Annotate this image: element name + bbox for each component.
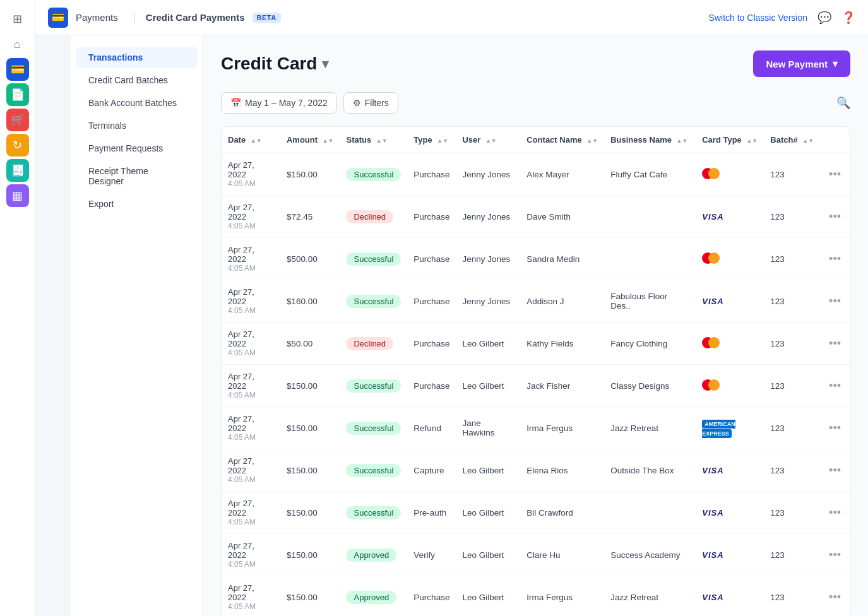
col-user[interactable]: User ▲▼: [456, 127, 520, 153]
sidebar-item-transactions[interactable]: Transactions: [76, 47, 198, 68]
visa-icon: VISA: [702, 508, 723, 518]
cell-business-name: Fancy Clothing: [604, 323, 696, 365]
col-type[interactable]: Type ▲▼: [407, 127, 456, 153]
cell-batch: 123: [764, 280, 820, 323]
nav-cart-icon[interactable]: 🛒: [6, 109, 29, 131]
col-amount[interactable]: Amount ▲▼: [280, 127, 340, 153]
cell-card-type: [696, 323, 764, 365]
cell-user: Jenny Jones: [456, 238, 520, 280]
cell-actions: •••: [820, 534, 850, 576]
table-row[interactable]: Apr 27, 2022 4:05 AM $50.00 Declined Pur…: [222, 323, 850, 365]
cell-business-name: Success Academy: [604, 534, 696, 576]
table-row[interactable]: Apr 27, 2022 4:05 AM $150.00 Successful …: [222, 153, 850, 196]
cell-user: Leo Gilbert: [456, 449, 520, 492]
table-row[interactable]: Apr 27, 2022 4:05 AM $150.00 Approved Pu…: [222, 576, 850, 617]
sidebar-item-export[interactable]: Export: [76, 193, 198, 215]
mastercard-icon: [702, 379, 720, 391]
row-more-button[interactable]: •••: [826, 252, 843, 266]
col-contact-name[interactable]: Contact Name ▲▼: [520, 127, 604, 153]
table-row[interactable]: Apr 27, 2022 4:05 AM $150.00 Successful …: [222, 449, 850, 492]
cell-status: Successful: [340, 407, 407, 449]
chat-icon[interactable]: 💬: [817, 11, 831, 25]
switch-to-classic-link[interactable]: Switch to Classic Version: [709, 13, 807, 23]
table-row[interactable]: Apr 27, 2022 4:05 AM $150.00 Successful …: [222, 492, 850, 534]
cell-status: Successful: [340, 492, 407, 534]
cell-business-name: [604, 238, 696, 280]
sidebar-item-payment-requests[interactable]: Payment Requests: [76, 138, 198, 159]
cell-type: Purchase: [407, 365, 456, 407]
cell-contact-name: Irma Fergus: [520, 576, 604, 617]
cell-batch: 123: [764, 196, 820, 238]
nav-doc-icon[interactable]: 📄: [6, 83, 29, 106]
cell-user: Leo Gilbert: [456, 365, 520, 407]
cell-status: Declined: [340, 196, 407, 238]
cell-amount: $150.00: [280, 534, 340, 576]
row-more-button[interactable]: •••: [826, 168, 843, 181]
date-range-label: May 1 – May 7, 2022: [245, 98, 328, 108]
new-payment-button[interactable]: New Payment ▾: [753, 50, 850, 77]
cell-amount: $150.00: [280, 576, 340, 617]
cell-type: Purchase: [407, 323, 456, 365]
date-picker-button[interactable]: 📅 May 1 – May 7, 2022: [221, 92, 337, 114]
cell-user: Leo Gilbert: [456, 576, 520, 617]
search-button[interactable]: 🔍: [836, 96, 850, 110]
table-row[interactable]: Apr 27, 2022 4:05 AM $150.00 Approved Ve…: [222, 534, 850, 576]
table-row[interactable]: Apr 27, 2022 4:05 AM $150.00 Successful …: [222, 365, 850, 407]
cell-amount: $72.45: [280, 196, 340, 238]
cell-amount: $150.00: [280, 449, 340, 492]
sidebar: Transactions Credit Card Batches Bank Ac…: [71, 35, 203, 616]
page-title: Credit Card ▾: [221, 54, 328, 74]
nav-receipt-icon[interactable]: 🧾: [6, 159, 29, 182]
content-header: Credit Card ▾ New Payment ▾: [221, 50, 850, 77]
col-date[interactable]: Date ▲▼: [222, 127, 280, 153]
cell-status: Successful: [340, 153, 407, 196]
cell-actions: •••: [820, 238, 850, 280]
nav-refresh-icon[interactable]: ↻: [6, 134, 29, 157]
cell-batch: 123: [764, 238, 820, 280]
sidebar-item-terminals[interactable]: Terminals: [76, 115, 198, 136]
cell-date: Apr 27, 2022 4:05 AM: [222, 153, 280, 196]
sidebar-item-receipt-theme-designer[interactable]: Receipt Theme Designer: [76, 160, 198, 192]
cell-amount: $150.00: [280, 153, 340, 196]
col-business-name[interactable]: Business Name ▲▼: [604, 127, 696, 153]
sidebar-item-credit-card-batches[interactable]: Credit Card Batches: [76, 69, 198, 91]
amex-icon: AMERICANEXPRESS: [702, 420, 735, 438]
cell-business-name: Fabulous Floor Des..: [604, 280, 696, 323]
filters-button[interactable]: ⚙ Filters: [343, 92, 398, 114]
cell-amount: $150.00: [280, 492, 340, 534]
help-icon[interactable]: ❓: [841, 11, 855, 25]
col-status[interactable]: Status ▲▼: [340, 127, 407, 153]
table-row[interactable]: Apr 27, 2022 4:05 AM $72.45 Declined Pur…: [222, 196, 850, 238]
row-more-button[interactable]: •••: [826, 506, 843, 519]
cell-batch: 123: [764, 492, 820, 534]
row-more-button[interactable]: •••: [826, 464, 843, 477]
col-card-type[interactable]: Card Type ▲▼: [696, 127, 764, 153]
row-more-button[interactable]: •••: [826, 295, 843, 308]
nav-payments-icon[interactable]: 💳: [6, 58, 29, 81]
cell-actions: •••: [820, 492, 850, 534]
table-row[interactable]: Apr 27, 2022 4:05 AM $500.00 Successful …: [222, 238, 850, 280]
nav-grid-icon[interactable]: ⊞: [6, 8, 29, 30]
row-more-button[interactable]: •••: [826, 379, 843, 393]
row-more-button[interactable]: •••: [826, 548, 843, 562]
sidebar-item-bank-account-batches[interactable]: Bank Account Batches: [76, 92, 198, 114]
page-title-chevron-icon[interactable]: ▾: [322, 56, 328, 71]
nav-home-icon[interactable]: ⌂: [6, 33, 29, 56]
row-more-button[interactable]: •••: [826, 337, 843, 350]
row-more-button[interactable]: •••: [826, 422, 843, 435]
topbar-beta-badge: BETA: [253, 13, 281, 23]
row-more-button[interactable]: •••: [826, 591, 843, 604]
cell-card-type: VISA: [696, 492, 764, 534]
cell-type: Purchase: [407, 238, 456, 280]
cell-status: Successful: [340, 365, 407, 407]
visa-icon: VISA: [702, 297, 723, 306]
row-more-button[interactable]: •••: [826, 210, 843, 223]
cell-type: Purchase: [407, 280, 456, 323]
cell-actions: •••: [820, 323, 850, 365]
nav-grid2-icon[interactable]: ▦: [6, 184, 29, 207]
table-row[interactable]: Apr 27, 2022 4:05 AM $150.00 Successful …: [222, 407, 850, 449]
cell-amount: $500.00: [280, 238, 340, 280]
table-row[interactable]: Apr 27, 2022 4:05 AM $160.00 Successful …: [222, 280, 850, 323]
cell-user: Jenny Jones: [456, 196, 520, 238]
col-batch[interactable]: Batch# ▲▼: [764, 127, 820, 153]
